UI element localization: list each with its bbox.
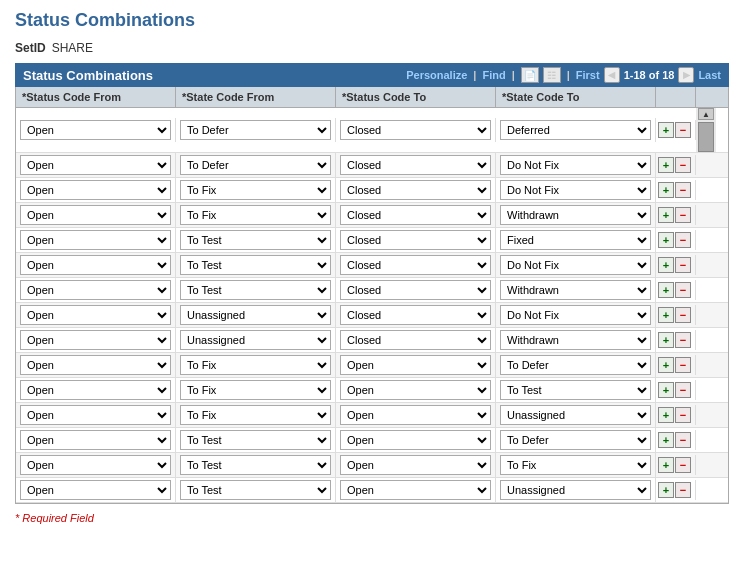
remove-row-button[interactable]: − [675,357,691,373]
status-from-select[interactable]: OpenClosed [20,430,171,450]
remove-row-button[interactable]: − [675,307,691,323]
find-link[interactable]: Find [482,69,505,81]
status-to-select[interactable]: OpenClosed [340,330,491,350]
state-from-select[interactable]: To DeferTo FixTo TestUnassigned [180,230,331,250]
state-from-select[interactable]: To DeferTo FixTo TestUnassigned [180,180,331,200]
state-to-select[interactable]: DeferredDo Not FixWithdrawnFixedTo Defer… [500,480,651,500]
remove-row-button[interactable]: − [675,482,691,498]
status-to-select[interactable]: OpenClosed [340,380,491,400]
state-from-select[interactable]: To DeferTo FixTo TestUnassigned [180,355,331,375]
personalize-link[interactable]: Personalize [406,69,467,81]
add-row-button[interactable]: + [658,157,674,173]
status-to-select[interactable]: OpenClosed [340,155,491,175]
status-from-select[interactable]: OpenClosed [20,305,171,325]
add-row-button[interactable]: + [658,457,674,473]
status-from-select[interactable]: OpenClosed [20,180,171,200]
state-from-select[interactable]: To DeferTo FixTo TestUnassigned [180,280,331,300]
add-row-button[interactable]: + [658,232,674,248]
status-from-select[interactable]: OpenClosed [20,230,171,250]
status-to-select[interactable]: OpenClosed [340,430,491,450]
add-row-button[interactable]: + [658,307,674,323]
add-row-button[interactable]: + [658,122,674,138]
add-row-button[interactable]: + [658,482,674,498]
status-to-select[interactable]: OpenClosed [340,230,491,250]
add-row-button[interactable]: + [658,407,674,423]
status-from-select[interactable]: OpenClosed [20,380,171,400]
remove-row-button[interactable]: − [675,122,691,138]
status-to-select[interactable]: OpenClosed [340,355,491,375]
remove-row-button[interactable]: − [675,282,691,298]
state-to-select[interactable]: DeferredDo Not FixWithdrawnFixedTo Defer… [500,230,651,250]
state-to-select[interactable]: DeferredDo Not FixWithdrawnFixedTo Defer… [500,205,651,225]
status-to-select[interactable]: OpenClosed [340,205,491,225]
scroll-up-btn[interactable]: ▲ [698,108,714,120]
status-to-select[interactable]: OpenClosed [340,480,491,500]
remove-row-button[interactable]: − [675,182,691,198]
status-to-select[interactable]: OpenClosed [340,255,491,275]
next-btn[interactable]: ▶ [678,67,694,83]
state-from-select[interactable]: To DeferTo FixTo TestUnassigned [180,255,331,275]
state-from-select[interactable]: To DeferTo FixTo TestUnassigned [180,120,331,140]
status-from-select[interactable]: OpenClosed [20,355,171,375]
add-row-button[interactable]: + [658,182,674,198]
status-from-select[interactable]: OpenClosed [20,280,171,300]
remove-row-button[interactable]: − [675,207,691,223]
view-icon[interactable]: ☷ [543,67,561,83]
state-from-select[interactable]: To DeferTo FixTo TestUnassigned [180,480,331,500]
state-to-select[interactable]: DeferredDo Not FixWithdrawnFixedTo Defer… [500,380,651,400]
status-from-select[interactable]: OpenClosed [20,155,171,175]
state-to-select[interactable]: DeferredDo Not FixWithdrawnFixedTo Defer… [500,355,651,375]
status-to-select[interactable]: OpenClosed [340,405,491,425]
add-row-button[interactable]: + [658,357,674,373]
state-from-select[interactable]: To DeferTo FixTo TestUnassigned [180,380,331,400]
status-from-select[interactable]: OpenClosed [20,455,171,475]
remove-row-button[interactable]: − [675,157,691,173]
add-row-button[interactable]: + [658,207,674,223]
state-from-select[interactable]: To DeferTo FixTo TestUnassigned [180,205,331,225]
state-to-select[interactable]: DeferredDo Not FixWithdrawnFixedTo Defer… [500,120,651,140]
remove-row-button[interactable]: − [675,382,691,398]
add-row-button[interactable]: + [658,282,674,298]
scroll-thumb[interactable] [698,122,714,152]
state-to-select[interactable]: DeferredDo Not FixWithdrawnFixedTo Defer… [500,430,651,450]
state-to-select[interactable]: DeferredDo Not FixWithdrawnFixedTo Defer… [500,255,651,275]
export-icon[interactable]: 📄 [521,67,539,83]
status-from-select[interactable]: OpenClosed [20,405,171,425]
remove-row-button[interactable]: − [675,257,691,273]
state-to-select[interactable]: DeferredDo Not FixWithdrawnFixedTo Defer… [500,155,651,175]
status-from-select[interactable]: OpenClosed [20,480,171,500]
last-link[interactable]: Last [698,69,721,81]
remove-row-button[interactable]: − [675,432,691,448]
first-link[interactable]: First [576,69,600,81]
remove-row-button[interactable]: − [675,407,691,423]
status-to-select[interactable]: OpenClosed [340,120,491,140]
state-to-select[interactable]: DeferredDo Not FixWithdrawnFixedTo Defer… [500,330,651,350]
add-row-button[interactable]: + [658,382,674,398]
state-from-select[interactable]: To DeferTo FixTo TestUnassigned [180,155,331,175]
remove-row-button[interactable]: − [675,332,691,348]
remove-row-button[interactable]: − [675,232,691,248]
prev-btn[interactable]: ◀ [604,67,620,83]
add-row-button[interactable]: + [658,432,674,448]
add-row-button[interactable]: + [658,257,674,273]
state-from-select[interactable]: To DeferTo FixTo TestUnassigned [180,430,331,450]
status-to-select[interactable]: OpenClosed [340,180,491,200]
state-to-select[interactable]: DeferredDo Not FixWithdrawnFixedTo Defer… [500,455,651,475]
status-from-select[interactable]: OpenClosed [20,120,171,140]
state-to-select[interactable]: DeferredDo Not FixWithdrawnFixedTo Defer… [500,180,651,200]
status-from-select[interactable]: OpenClosed [20,205,171,225]
state-to-select[interactable]: DeferredDo Not FixWithdrawnFixedTo Defer… [500,405,651,425]
status-to-select[interactable]: OpenClosed [340,305,491,325]
state-from-select[interactable]: To DeferTo FixTo TestUnassigned [180,455,331,475]
remove-row-button[interactable]: − [675,457,691,473]
state-from-select[interactable]: To DeferTo FixTo TestUnassigned [180,305,331,325]
status-to-select[interactable]: OpenClosed [340,455,491,475]
status-to-select[interactable]: OpenClosed [340,280,491,300]
state-to-select[interactable]: DeferredDo Not FixWithdrawnFixedTo Defer… [500,280,651,300]
state-from-select[interactable]: To DeferTo FixTo TestUnassigned [180,330,331,350]
add-row-button[interactable]: + [658,332,674,348]
state-from-select[interactable]: To DeferTo FixTo TestUnassigned [180,405,331,425]
state-to-select[interactable]: DeferredDo Not FixWithdrawnFixedTo Defer… [500,305,651,325]
status-from-select[interactable]: OpenClosed [20,255,171,275]
status-from-select[interactable]: OpenClosed [20,330,171,350]
